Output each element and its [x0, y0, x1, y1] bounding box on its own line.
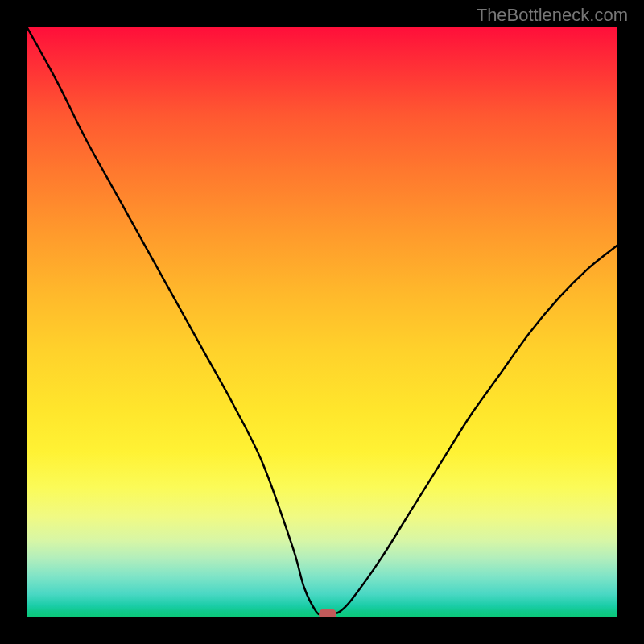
plot-area [27, 27, 617, 617]
watermark-text: TheBottleneck.com [477, 5, 628, 26]
bottleneck-chart: TheBottleneck.com [0, 0, 644, 644]
bottleneck-curve [27, 27, 617, 617]
optimal-point-marker [319, 609, 336, 617]
